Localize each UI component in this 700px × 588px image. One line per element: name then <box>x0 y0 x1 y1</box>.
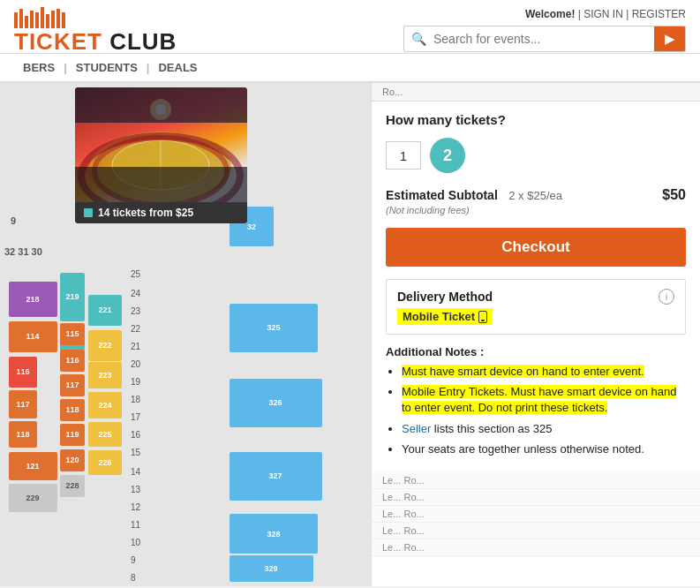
venue-label: 14 tickets from $25 <box>75 202 247 223</box>
notes-title: Additional Notes : <box>386 345 686 358</box>
ticket-icon <box>84 208 93 217</box>
ticket-panel: Ro... How many tickets? 1 2 Estimated Su… <box>371 83 700 586</box>
row-info-4: Le... Ro... <box>372 506 700 523</box>
svg-text:25: 25 <box>131 269 141 279</box>
header-right: Welcome! | SIGN IN | REGISTER 🔍 ▶ <box>403 8 686 52</box>
svg-text:24: 24 <box>131 289 141 298</box>
mobile-icon <box>478 311 487 323</box>
svg-text:117: 117 <box>16 400 29 409</box>
logo-barcode <box>14 7 65 28</box>
header: TICKET CLUB Welcome! | SIGN IN | REGISTE… <box>0 0 700 54</box>
row-info-2: Le... Ro... <box>372 472 700 489</box>
barcode-bar <box>19 9 23 28</box>
delivery-header: Delivery Method i <box>397 289 674 305</box>
svg-text:118: 118 <box>65 405 79 414</box>
ticket-qty-row: 1 2 <box>386 138 686 173</box>
seller-link[interactable]: Seller <box>402 422 431 435</box>
svg-text:32: 32 <box>247 222 256 231</box>
svg-text:18: 18 <box>131 395 141 404</box>
search-button[interactable]: ▶ <box>654 26 685 51</box>
svg-text:9: 9 <box>131 555 136 565</box>
search-icon: 🔍 <box>404 26 433 51</box>
svg-text:10: 10 <box>131 538 141 547</box>
tooltip-ticket-count: 14 tickets from $25 <box>98 207 193 219</box>
welcome-text: Welcome! | SIGN IN | REGISTER <box>525 8 686 20</box>
delivery-method: Mobile Ticket <box>397 308 493 325</box>
svg-text:12: 12 <box>131 502 141 512</box>
svg-text:229: 229 <box>26 494 39 502</box>
barcode-bar <box>41 7 44 28</box>
svg-text:326: 326 <box>268 398 282 407</box>
qty-1-option[interactable]: 1 <box>386 141 421 170</box>
svg-text:14: 14 <box>131 467 141 477</box>
notes-list: Must have smart device on hand to enter … <box>386 364 686 457</box>
nav-item-deals[interactable]: DEALS <box>149 59 206 76</box>
svg-text:118: 118 <box>16 430 29 439</box>
svg-text:219: 219 <box>65 292 79 301</box>
svg-text:32 31 30: 32 31 30 <box>4 246 42 257</box>
svg-text:8: 8 <box>131 573 136 583</box>
svg-text:23: 23 <box>131 306 141 316</box>
map-tooltip: 14 tickets from $25 <box>75 87 247 223</box>
checkout-button[interactable]: Checkout <box>386 228 686 267</box>
svg-text:228: 228 <box>65 481 79 490</box>
not-including-fees: (Not including fees) <box>386 205 686 215</box>
barcode-bar <box>51 11 55 28</box>
svg-text:329: 329 <box>264 564 277 573</box>
svg-text:117: 117 <box>65 381 79 389</box>
svg-text:328: 328 <box>267 530 280 539</box>
panel-inner: How many tickets? 1 2 Estimated Subtotal… <box>372 102 700 472</box>
svg-text:20: 20 <box>131 359 141 369</box>
barcode-bar <box>46 14 49 28</box>
note-item-1: Must have smart device on hand to enter … <box>402 364 686 380</box>
svg-text:9: 9 <box>11 215 16 226</box>
sign-in-link[interactable]: SIGN IN <box>583 8 623 20</box>
how-many-label: How many tickets? <box>386 112 686 127</box>
search-input[interactable] <box>433 26 654 51</box>
qty-2-selected[interactable]: 2 <box>430 138 465 173</box>
nav-item-students[interactable]: STUDENTS <box>67 59 147 76</box>
svg-rect-9 <box>75 167 247 202</box>
info-icon[interactable]: i <box>659 289 674 305</box>
note-item-3: Seller lists this section as 325 <box>402 421 686 437</box>
venue-image <box>75 87 247 202</box>
nav-bar: BERS | STUDENTS | DEALS <box>0 54 700 83</box>
svg-text:13: 13 <box>131 485 141 494</box>
row-info-1: Ro... <box>372 83 700 102</box>
barcode-bar <box>56 9 60 28</box>
svg-text:114: 114 <box>26 332 39 341</box>
delivery-label: Delivery Method <box>397 290 493 304</box>
map-area: 14 tickets from $25 9 32 31 30 218 219 2… <box>0 83 371 586</box>
logo-area: TICKET CLUB <box>14 7 177 53</box>
subtotal-price: $50 <box>662 187 686 203</box>
svg-text:327: 327 <box>268 471 282 480</box>
svg-text:222: 222 <box>98 341 111 350</box>
row-info-5: Le... Ro... <box>372 523 700 539</box>
subtotal-label: Estimated Subtotal <box>386 188 498 202</box>
barcode-bar <box>30 11 34 28</box>
note-item-2: Mobile Entry Tickets. Must have smart de… <box>402 384 686 416</box>
svg-rect-8 <box>75 87 247 123</box>
note-item-4: Your seats are together unless otherwise… <box>402 441 686 457</box>
svg-text:116: 116 <box>65 356 79 365</box>
svg-text:223: 223 <box>98 371 111 380</box>
barcode-bar <box>14 12 18 28</box>
svg-text:15: 15 <box>131 448 141 457</box>
row-info-3: Le... Ro... <box>372 489 700 506</box>
svg-text:115: 115 <box>65 329 79 338</box>
svg-text:226: 226 <box>98 458 111 467</box>
subtotal-row: Estimated Subtotal 2 x $25/ea $50 <box>386 187 686 203</box>
svg-text:224: 224 <box>98 401 111 410</box>
register-link[interactable]: REGISTER <box>632 8 686 20</box>
svg-text:21: 21 <box>131 342 141 351</box>
barcode-bar <box>62 12 65 28</box>
svg-text:221: 221 <box>98 305 111 314</box>
svg-text:16: 16 <box>131 430 141 440</box>
additional-notes: Additional Notes : Must have smart devic… <box>386 345 686 457</box>
svg-text:119: 119 <box>65 430 79 439</box>
nav-item-members[interactable]: BERS <box>14 59 64 76</box>
search-bar: 🔍 ▶ <box>403 26 686 52</box>
logo-text[interactable]: TICKET CLUB <box>14 30 177 53</box>
svg-text:116: 116 <box>16 367 29 376</box>
main-content: 14 tickets from $25 9 32 31 30 218 219 2… <box>0 83 700 586</box>
